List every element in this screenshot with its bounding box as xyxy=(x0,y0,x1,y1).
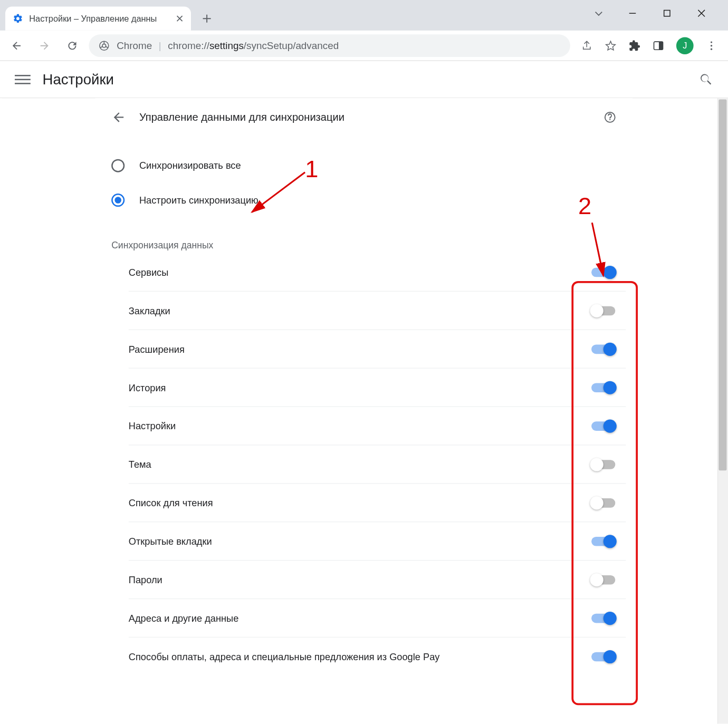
toggle-label: Расширения xyxy=(129,344,591,354)
star-icon[interactable] xyxy=(605,40,617,52)
omnibox-url: chrome://settings/syncSetup/advanced xyxy=(168,40,339,51)
share-icon[interactable] xyxy=(581,40,593,52)
tab-title: Настройки – Управление данны xyxy=(29,14,169,24)
back-button[interactable] xyxy=(5,34,28,57)
omnibox-separator: | xyxy=(159,40,161,51)
close-window-icon[interactable] xyxy=(697,9,716,17)
annotation-highlight-box xyxy=(571,281,638,705)
toggle-row: Способы оплаты, адреса и специальные пре… xyxy=(129,638,626,676)
toggle-row: Открытые вкладки xyxy=(129,522,626,561)
toggle-row: Пароли xyxy=(129,561,626,599)
help-icon[interactable] xyxy=(604,111,617,124)
toggle-label: Тема xyxy=(129,459,591,469)
hamburger-menu-icon[interactable] xyxy=(15,71,31,87)
settings-card: Управление данными для синхронизации Син… xyxy=(95,98,633,723)
window-titlebar: Настройки – Управление данны xyxy=(0,0,728,31)
toggle-row: Настройки xyxy=(129,407,626,446)
back-arrow-icon[interactable] xyxy=(111,110,126,125)
maximize-icon[interactable] xyxy=(663,9,682,17)
toggle-row: История xyxy=(129,369,626,407)
forward-button xyxy=(33,34,56,57)
toggle-row: Сервисы xyxy=(129,253,626,292)
scrollbar[interactable] xyxy=(717,98,728,723)
radio-label: Синхронизировать все xyxy=(139,160,241,171)
close-icon[interactable] xyxy=(175,14,185,23)
card-header: Управление данными для синхронизации xyxy=(95,98,633,137)
scrollbar-thumb[interactable] xyxy=(719,100,726,471)
browser-tab[interactable]: Настройки – Управление данны xyxy=(5,7,191,31)
card-title: Управление данными для синхронизации xyxy=(139,111,604,123)
toggle-row: Расширения xyxy=(129,330,626,369)
radio-customize-sync[interactable]: Настроить синхронизацию xyxy=(102,183,626,217)
chrome-icon xyxy=(98,40,110,52)
sidepanel-icon[interactable] xyxy=(653,40,665,52)
toggle-label: Настройки xyxy=(129,420,591,431)
new-tab-button[interactable] xyxy=(198,9,216,28)
toggle-switch[interactable] xyxy=(591,267,615,277)
toggle-label: Список для чтения xyxy=(129,497,591,508)
reload-button[interactable] xyxy=(61,34,84,57)
kebab-menu-icon[interactable] xyxy=(705,40,717,52)
sync-mode-radio-group: Синхронизировать все Настроить синхрониз… xyxy=(95,137,633,230)
toggle-label: Адреса и другие данные xyxy=(129,613,591,623)
svg-point-6 xyxy=(711,44,712,46)
toggle-label: Закладки xyxy=(129,305,591,316)
search-icon[interactable] xyxy=(699,72,714,86)
toggle-row: Тема xyxy=(129,446,626,484)
toggle-row: Адреса и другие данные xyxy=(129,599,626,638)
svg-rect-0 xyxy=(664,10,670,16)
sync-toggle-list: СервисыЗакладкиРасширенияИсторияНастройк… xyxy=(95,253,633,676)
radio-sync-all[interactable]: Синхронизировать все xyxy=(102,149,626,183)
address-bar: Chrome | chrome://settings/syncSetup/adv… xyxy=(0,31,728,61)
section-label: Синхронизация данных xyxy=(95,230,633,253)
svg-point-7 xyxy=(711,48,712,50)
radio-icon xyxy=(111,159,124,172)
profile-avatar[interactable]: J xyxy=(676,37,694,54)
toggle-label: Пароли xyxy=(129,574,591,585)
extensions-icon[interactable] xyxy=(628,40,640,52)
toggle-label: Сервисы xyxy=(129,267,591,277)
radio-icon xyxy=(111,194,124,207)
app-header: Настройки xyxy=(0,61,728,98)
toggle-row: Список для чтения xyxy=(129,484,626,522)
page-title: Настройки xyxy=(42,71,114,88)
svg-point-2 xyxy=(102,44,106,47)
toggle-row: Закладки xyxy=(129,292,626,330)
svg-rect-4 xyxy=(659,42,663,50)
chevron-down-icon[interactable] xyxy=(594,8,612,18)
svg-point-5 xyxy=(711,41,712,43)
radio-label: Настроить синхронизацию xyxy=(139,195,258,205)
toggle-label: Открытые вкладки xyxy=(129,536,591,546)
toggle-label: История xyxy=(129,382,591,393)
toggle-label: Способы оплаты, адреса и специальные пре… xyxy=(129,651,591,662)
omnibox[interactable]: Chrome | chrome://settings/syncSetup/adv… xyxy=(89,34,570,57)
window-controls xyxy=(594,0,725,26)
gear-icon xyxy=(12,13,24,25)
omnibox-scheme: Chrome xyxy=(117,40,152,51)
minimize-icon[interactable] xyxy=(628,9,647,17)
